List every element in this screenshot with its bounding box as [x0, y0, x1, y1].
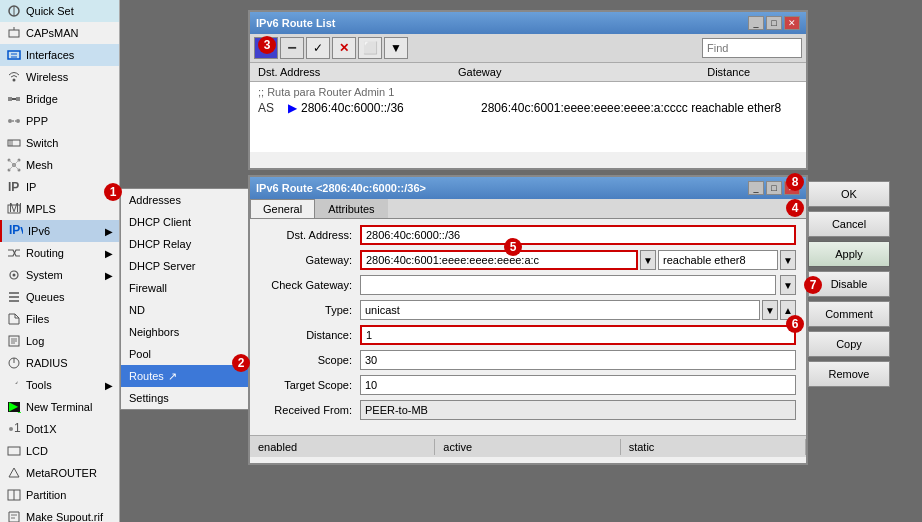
reachable-input[interactable]	[658, 250, 778, 270]
reachable-dropdown-button[interactable]: ▼	[780, 250, 796, 270]
scope-row: Scope:	[260, 350, 796, 370]
sidebar-item-tools[interactable]: Tools ▶	[0, 374, 119, 396]
sidebar-label-dot1x: Dot1X	[26, 423, 57, 435]
status-static: static	[621, 439, 806, 455]
received-from-label: Received From:	[260, 404, 360, 416]
svg-line-22	[9, 160, 14, 165]
sidebar-item-log[interactable]: Log	[0, 330, 119, 352]
sidebar-item-quickset[interactable]: Quick Set	[0, 0, 119, 22]
sidebar-item-supout[interactable]: Make Supout.rif	[0, 506, 119, 522]
minimize-button[interactable]: _	[748, 16, 764, 30]
check-gateway-dropdown[interactable]: ▼	[780, 275, 796, 295]
sidebar-item-new-terminal[interactable]: ▶_ New Terminal	[0, 396, 119, 418]
filter-button[interactable]: ▼	[384, 37, 408, 59]
badge-5: 5	[504, 238, 522, 256]
sidebar-label-tools: Tools	[26, 379, 52, 391]
sidebar-item-queues[interactable]: Queues	[0, 286, 119, 308]
remove-route-button[interactable]: −	[280, 37, 304, 59]
ip-icon: IP	[6, 179, 22, 195]
sidebar-item-system[interactable]: System ▶	[0, 264, 119, 286]
sidebar-item-ipv6[interactable]: IPv6 IPv6 ▶	[0, 220, 119, 242]
submenu-firewall[interactable]: Firewall	[121, 277, 254, 299]
dialog-minimize-button[interactable]: _	[748, 181, 764, 195]
quickset-icon	[6, 3, 22, 19]
gateway-input[interactable]	[360, 250, 638, 270]
target-scope-label: Target Scope:	[260, 379, 360, 391]
cancel-button[interactable]: Cancel	[808, 211, 890, 237]
check-gateway-label: Check Gateway:	[260, 279, 360, 291]
maximize-button[interactable]: □	[766, 16, 782, 30]
sidebar-item-partition[interactable]: Partition	[0, 484, 119, 506]
tab-attributes[interactable]: Attributes	[315, 199, 387, 218]
route-edit-dialog: IPv6 Route <2806:40c:6000::/36> _ □ ✕ Ge…	[248, 175, 808, 465]
submenu-label-settings: Settings	[129, 392, 169, 404]
move-route-button[interactable]: ⬜	[358, 37, 382, 59]
remove-button[interactable]: Remove	[808, 361, 890, 387]
window-controls: _ □ ✕	[748, 16, 800, 30]
type-input[interactable]	[360, 300, 760, 320]
route-comment: ;; Ruta para Router Admin 1	[254, 84, 802, 100]
distance-input[interactable]	[360, 325, 796, 345]
target-scope-input[interactable]	[360, 375, 796, 395]
sidebar-item-switch[interactable]: Switch	[0, 132, 119, 154]
submenu-settings[interactable]: Settings	[121, 387, 254, 409]
tab-general[interactable]: General	[250, 199, 315, 218]
sidebar-item-ppp[interactable]: PPP	[0, 110, 119, 132]
badge-8: 8	[786, 173, 804, 191]
submenu-dhcp-server[interactable]: DHCP Server	[121, 255, 254, 277]
dialog-maximize-button[interactable]: □	[766, 181, 782, 195]
check-gateway-input[interactable]	[360, 275, 776, 295]
submenu-label-dhcp-relay: DHCP Relay	[129, 238, 191, 250]
table-row[interactable]: AS ▶ 2806:40c:6000::/36 2806:40c:6001:ee…	[254, 100, 802, 116]
submenu-dhcp-client[interactable]: DHCP Client	[121, 211, 254, 233]
scope-input[interactable]	[360, 350, 796, 370]
sidebar-item-mpls[interactable]: MPLS MPLS	[0, 198, 119, 220]
terminal-icon: ▶_	[6, 399, 22, 415]
ipv6-submenu: Addresses DHCP Client DHCP Relay DHCP Se…	[120, 188, 255, 410]
sidebar-item-metarouter[interactable]: MetaROUTER	[0, 462, 119, 484]
interfaces-icon	[6, 47, 22, 63]
type-dropdown[interactable]: ▼	[762, 300, 778, 320]
submenu-nd[interactable]: ND	[121, 299, 254, 321]
submenu-label-dhcp-client: DHCP Client	[129, 216, 191, 228]
submenu-label-routes: Routes	[129, 370, 164, 382]
sidebar-item-mesh[interactable]: Mesh	[0, 154, 119, 176]
sidebar-item-radius[interactable]: RADIUS	[0, 352, 119, 374]
enable-route-button[interactable]: ✓	[306, 37, 330, 59]
close-button[interactable]: ✕	[784, 16, 800, 30]
partition-icon	[6, 487, 22, 503]
sidebar-item-routing[interactable]: Routing ▶	[0, 242, 119, 264]
col-gateway: Gateway	[454, 65, 694, 79]
route-list-window: IPv6 Route List _ □ ✕ + − ✓ ✕ ⬜ ▼ Dst. A…	[248, 10, 808, 170]
sidebar-label-lcd: LCD	[26, 445, 48, 457]
submenu-addresses[interactable]: Addresses	[121, 189, 254, 211]
status-active: active	[435, 439, 620, 455]
gateway-label: Gateway:	[260, 254, 360, 266]
badge-2: 2	[232, 354, 250, 372]
sidebar-item-wireless[interactable]: Wireless	[0, 66, 119, 88]
disable-route-button[interactable]: ✕	[332, 37, 356, 59]
received-from-input	[360, 400, 796, 420]
sidebar-item-lcd[interactable]: LCD	[0, 440, 119, 462]
sidebar-item-interfaces[interactable]: Interfaces	[0, 44, 119, 66]
submenu-dhcp-relay[interactable]: DHCP Relay	[121, 233, 254, 255]
dst-address-input[interactable]	[360, 225, 796, 245]
sidebar-item-files[interactable]: Files	[0, 308, 119, 330]
copy-button[interactable]: Copy	[808, 331, 890, 357]
sidebar-item-capsman[interactable]: CAPsMAN	[0, 22, 119, 44]
sidebar-item-dot1x[interactable]: 1X Dot1X	[0, 418, 119, 440]
find-input[interactable]	[702, 38, 802, 58]
apply-button[interactable]: Apply	[808, 241, 890, 267]
ok-button[interactable]: OK	[808, 181, 890, 207]
gateway-dropdown-button[interactable]: ▼	[640, 250, 656, 270]
gateway-row: Gateway: ▼ ▼	[260, 250, 796, 270]
badge-6: 6	[786, 315, 804, 333]
metarouter-icon	[6, 465, 22, 481]
sidebar-label-bridge: Bridge	[26, 93, 58, 105]
submenu-neighbors[interactable]: Neighbors	[121, 321, 254, 343]
sidebar-item-bridge[interactable]: Bridge	[0, 88, 119, 110]
sidebar-item-ip[interactable]: IP IP	[0, 176, 119, 198]
sidebar-label-files: Files	[26, 313, 49, 325]
dst-address-row: Dst. Address:	[260, 225, 796, 245]
comment-button[interactable]: Comment	[808, 301, 890, 327]
